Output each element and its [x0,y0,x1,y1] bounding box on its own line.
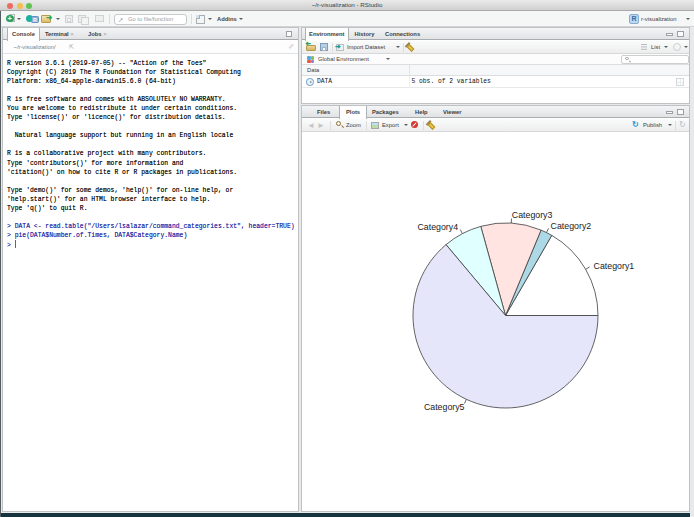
svg-text:Category4: Category4 [418,222,459,232]
svg-text:Category3: Category3 [512,210,553,220]
svg-text:Category2: Category2 [551,221,592,231]
svg-text:Category5: Category5 [424,402,465,412]
svg-text:Category1: Category1 [594,261,635,271]
